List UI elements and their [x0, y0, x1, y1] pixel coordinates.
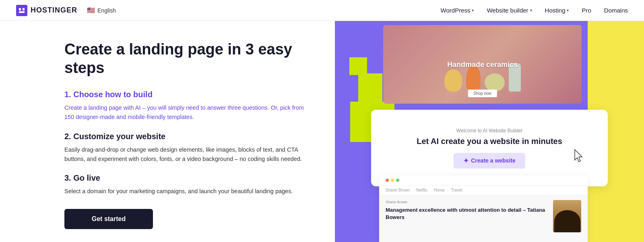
- cursor-icon: [573, 149, 584, 163]
- brand-name: HOSTINGER: [31, 6, 77, 15]
- step-2: 2. Customize your website Easily drag-an…: [64, 132, 311, 173]
- chevron-down-icon: ▾: [530, 8, 532, 13]
- flag-icon: 🇺🇸: [87, 6, 95, 14]
- close-dot: [386, 179, 389, 182]
- step-2-description: Easily drag-and-drop or change web desig…: [64, 145, 311, 164]
- card-nav: Shane Brown Netflix Home Travel: [379, 186, 588, 195]
- language-selector[interactable]: 🇺🇸 English: [87, 6, 116, 14]
- nav-item-website-builder[interactable]: Website builder ▾: [487, 7, 532, 14]
- sparkle-icon: ✦: [463, 157, 469, 165]
- ceramic-object-3: [485, 73, 505, 92]
- minimize-dot: [391, 179, 394, 182]
- maximize-dot: [396, 179, 399, 182]
- author-photo: [553, 200, 581, 232]
- step-1-description: Create a landing page with AI – you will…: [64, 103, 311, 122]
- ceramics-title: Handmade ceramics: [447, 60, 518, 69]
- nav-item-pro[interactable]: Pro: [582, 7, 591, 14]
- left-panel: Create a landing page in 3 easy steps 1.…: [0, 21, 335, 242]
- chevron-down-icon: ▾: [567, 8, 569, 13]
- brand-logo[interactable]: HOSTINGER: [16, 5, 77, 16]
- right-panel: Handmade ceramics Shop now Welcome to AI…: [335, 21, 644, 242]
- ceramic-object-2: [466, 65, 481, 92]
- accent-square-2: [358, 73, 382, 102]
- main-content: Create a landing page in 3 easy steps 1.…: [0, 21, 644, 242]
- create-website-button[interactable]: ✦ Create a website: [454, 153, 525, 169]
- ai-subtitle: Welcome to AI Website Builder: [456, 128, 522, 134]
- nav-menu: WordPress ▾ Website builder ▾ Hosting ▾ …: [441, 7, 628, 14]
- ceramics-shop-button[interactable]: Shop now: [468, 90, 497, 97]
- step-3-description: Select a domain for your marketing campa…: [64, 187, 311, 196]
- step-1: 1. Choose how to build Create a landing …: [64, 90, 311, 131]
- step-1-title: 1. Choose how to build: [64, 90, 311, 99]
- step-3: 3. Go live Select a domain for your mark…: [64, 173, 311, 206]
- get-started-button[interactable]: Get started: [64, 209, 153, 229]
- ai-title: Let AI create you a website in minutes: [417, 136, 562, 146]
- nav-item-hosting[interactable]: Hosting ▾: [545, 7, 569, 14]
- navigation: HOSTINGER 🇺🇸 English WordPress ▾ Website…: [0, 0, 644, 21]
- step-3-title: 3. Go live: [64, 173, 311, 183]
- ceramics-card: Handmade ceramics Shop now: [383, 25, 582, 104]
- management-quote: Management excellence with utmost attent…: [386, 207, 548, 221]
- language-label: English: [97, 7, 116, 14]
- card-body: Shane Brown Management excellence with u…: [379, 195, 588, 237]
- photo-hair: [554, 210, 580, 232]
- ai-builder-card: Welcome to AI Website Builder Let AI cre…: [371, 110, 608, 186]
- step-2-title: 2. Customize your website: [64, 132, 311, 141]
- create-website-label: Create a website: [471, 157, 516, 164]
- nav-item-wordpress[interactable]: WordPress ▾: [441, 7, 474, 14]
- author-name: Shane Brown: [386, 200, 548, 204]
- page-title: Create a landing page in 3 easy steps: [64, 40, 311, 77]
- card-window-controls: [379, 175, 588, 186]
- chevron-down-icon: ▾: [472, 8, 474, 13]
- ceramic-object-1: [444, 69, 462, 92]
- management-card: Shane Brown Netflix Home Travel Shane Br…: [379, 175, 588, 242]
- accent-square-1: [349, 57, 367, 75]
- nav-item-domains[interactable]: Domains: [604, 7, 628, 14]
- management-text: Shane Brown Management excellence with u…: [386, 200, 548, 232]
- logo-icon: [16, 5, 27, 16]
